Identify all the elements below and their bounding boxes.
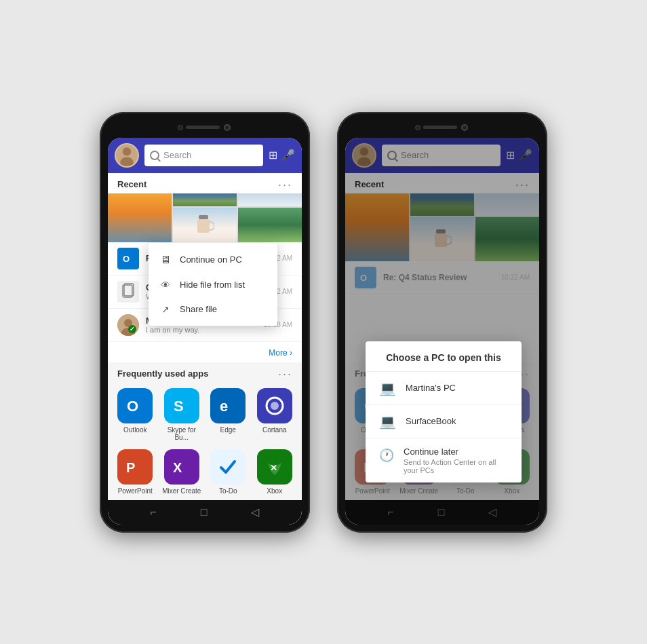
app-powerpoint-1[interactable]: P PowerPoint: [113, 447, 157, 497]
svg-text:O: O: [123, 254, 130, 264]
clock-icon: 🕐: [379, 448, 394, 463]
apps-title-1: Frequently used apps: [117, 368, 208, 379]
svg-point-18: [271, 402, 279, 410]
phone-2-screen: Search ⊞ 🎤 Recent ···: [345, 138, 539, 525]
continue-sub: Send to Action Center on all your PCs: [404, 458, 508, 474]
search-bar-1[interactable]: Search: [144, 145, 263, 166]
powerpoint-label-1: PowerPoint: [118, 487, 153, 495]
pc-item-martina[interactable]: 💻 Martina's PC: [366, 372, 522, 404]
context-menu-1: 🖥 Continue on PC 👁 Hide file from list ↗…: [149, 243, 277, 326]
hide-file-icon: 👁: [159, 280, 172, 290]
svg-point-1: [123, 147, 131, 155]
continue-later-item[interactable]: 🕐 Continue later Send to Action Center o…: [366, 438, 522, 482]
recent-more-1[interactable]: ···: [278, 178, 292, 191]
menu-item-hide-file[interactable]: 👁 Hide file from list: [149, 273, 277, 297]
pc-item-surface[interactable]: 💻 SurfaceBook: [366, 404, 522, 438]
photo-snow-1: [238, 193, 302, 206]
continue-content: Continue later Send to Action Center on …: [404, 447, 508, 474]
svg-text:O: O: [127, 398, 138, 415]
apps-more-1[interactable]: ···: [278, 368, 292, 380]
laptop-icon-1: 💻: [379, 380, 396, 396]
mixer-label-1: Mixer Create: [162, 487, 201, 495]
continue-pc-icon: 🖥: [159, 254, 172, 266]
edge-label-1: Edge: [220, 426, 236, 434]
hide-file-text: Hide file from list: [180, 280, 245, 290]
mic-icon-1[interactable]: 🎤: [281, 149, 295, 162]
menu-item-share-file[interactable]: ↗ Share file: [149, 297, 277, 322]
maria-avatar: ✓: [117, 314, 139, 336]
menu-item-continue-pc[interactable]: 🖥 Continue on PC: [149, 247, 277, 273]
apps-header-1: Frequently used apps ···: [108, 362, 302, 383]
app-skype-1[interactable]: S Skype for Bu...: [160, 385, 204, 444]
app-cortana-1[interactable]: Cortana: [253, 385, 297, 444]
more-link-1[interactable]: More ›: [108, 342, 302, 362]
nav-back-1[interactable]: ⌐: [150, 506, 156, 518]
phone-2: Search ⊞ 🎤 Recent ···: [337, 112, 547, 533]
photo-green-1: [238, 208, 302, 242]
app-edge-1[interactable]: e Edge: [206, 385, 250, 444]
avatar-1[interactable]: [115, 143, 139, 168]
recent-section-header-1: Recent ···: [108, 173, 302, 193]
phone-1-top-bar: [108, 120, 302, 135]
recent-title-1: Recent: [117, 179, 146, 189]
phone-1-screen: Search ⊞ 🎤 Recent ···: [108, 138, 302, 525]
photo-grid-1: [108, 193, 302, 242]
outlook-label-1: Outlook: [123, 426, 146, 434]
phone-2-speaker: [423, 126, 457, 129]
phone-2-camera: [461, 124, 468, 131]
header-icons-1: ⊞ 🎤: [269, 149, 295, 162]
xbox-app-icon-1: ✕: [257, 449, 292, 485]
more-link-text-1: More ›: [269, 348, 292, 358]
phone-1: Search ⊞ 🎤 Recent ···: [100, 112, 310, 533]
phone-1-header: Search ⊞ 🎤: [108, 138, 302, 173]
outlook-icon-1: O: [117, 248, 139, 269]
skype-app-icon-1: S: [164, 388, 199, 423]
laptop-icon-2: 💻: [379, 413, 396, 430]
phone-1-bottom-nav: ⌐ □ ◁: [108, 500, 302, 525]
phone-1-sensor: [178, 125, 183, 130]
phones-container: Search ⊞ 🎤 Recent ···: [86, 98, 561, 546]
apps-section-1: Frequently used apps ··· O Outlook: [108, 362, 302, 500]
phone-1-camera: [224, 124, 231, 131]
phone-2-top-bar: [345, 120, 539, 135]
todo-label-1: To-Do: [219, 487, 237, 495]
choose-pc-popup: Choose a PC to open this 💻 Martina's PC …: [366, 341, 522, 482]
nav-recent-1[interactable]: ◁: [251, 506, 259, 518]
svg-text:e: e: [220, 398, 228, 415]
xbox-label-1: Xbox: [267, 487, 282, 495]
cortana-label-1: Cortana: [262, 426, 287, 434]
search-text-1: Search: [163, 150, 258, 160]
pc-name-martina: Martina's PC: [406, 383, 456, 393]
phone-1-speaker: [186, 126, 220, 129]
scan-icon-1[interactable]: ⊞: [269, 149, 277, 162]
app-outlook-1[interactable]: O Outlook: [113, 385, 157, 444]
edge-app-icon-1: e: [210, 388, 246, 423]
svg-rect-3: [197, 219, 210, 233]
share-file-text: Share file: [180, 304, 217, 314]
app-xbox-1[interactable]: ✕ Xbox: [253, 447, 297, 497]
cortana-app-icon-1: [257, 388, 292, 423]
photo-road-1: [173, 193, 237, 206]
nav-home-1[interactable]: □: [201, 506, 208, 518]
svg-text:✓: ✓: [130, 326, 135, 333]
svg-text:✕: ✕: [270, 463, 277, 473]
pc-name-surface: SurfaceBook: [406, 416, 456, 426]
app-todo-1[interactable]: To-Do: [206, 447, 250, 497]
svg-text:S: S: [174, 398, 184, 415]
apps-grid-1: O Outlook S Skype for Bu...: [108, 383, 302, 500]
phone-1-content: Recent ···: [108, 173, 302, 500]
outlook-app-icon-1: O: [117, 388, 153, 423]
photo-sky-1: [108, 193, 172, 242]
photo-mug-1: [173, 208, 237, 242]
maria-item-subtitle: I am on my way.: [146, 326, 257, 334]
copy-icon-1: [117, 281, 139, 303]
todo-app-icon-1: [210, 449, 246, 485]
skype-label-1: Skype for Bu...: [161, 426, 203, 441]
app-mixer-1[interactable]: X Mixer Create: [160, 447, 204, 497]
popup-title: Choose a PC to open this: [366, 352, 522, 371]
svg-text:P: P: [126, 460, 135, 475]
continue-pc-text: Continue on PC: [180, 254, 242, 265]
continue-title: Continue later: [404, 447, 508, 457]
search-icon-1: [150, 151, 159, 160]
svg-rect-4: [199, 215, 208, 219]
